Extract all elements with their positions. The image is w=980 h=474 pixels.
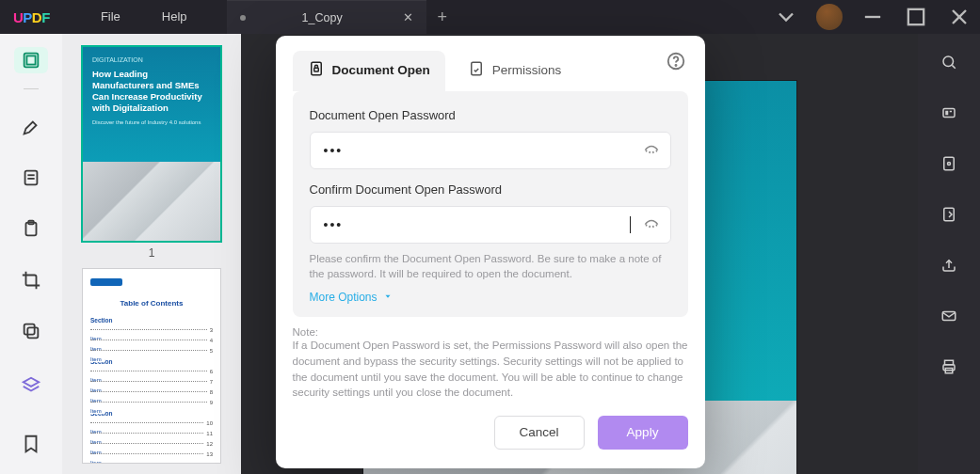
thumbnail-page-2[interactable]: Table of Contents Section Item3 Item4 It… [83,269,220,463]
svg-line-37 [656,150,657,152]
cancel-button[interactable]: Cancel [494,416,585,450]
logo-letter: U [13,9,23,25]
bookmark-icon[interactable] [14,427,48,461]
left-toolbar [0,34,62,474]
svg-point-22 [948,163,951,166]
thumb2-title: Table of Contents [90,299,213,308]
title-bar: UPDF File Help 1_Copy ✕ + [0,0,980,34]
eye-toggle-icon[interactable] [642,139,661,162]
tab-document-open[interactable]: Document Open [293,51,445,91]
menu-help[interactable]: Help [141,0,208,34]
confirm-password-label: Confirm Document Open Password [310,182,671,197]
thumb1-kicker: DIGITALIZATION [92,56,211,63]
form-tool-icon[interactable] [14,165,48,191]
thumb1-heading: How Leading Manufacturers and SMEs Can I… [92,69,211,114]
export-page-icon[interactable] [938,203,960,226]
note-body: If a Document Open Password is set, the … [293,338,688,401]
thumbnail-page-1[interactable]: DIGITALIZATION How Leading Manufacturers… [83,47,220,260]
password-dialog: Document Open Permissions Document Open … [276,36,705,468]
logo-letter: D [32,9,41,25]
svg-rect-31 [472,62,482,75]
right-toolbar [918,34,980,474]
crop-tool-icon[interactable] [14,267,48,293]
svg-line-41 [656,225,657,227]
svg-line-34 [646,150,647,152]
document-open-icon [308,60,325,80]
thumb1-image [83,162,220,241]
svg-rect-5 [26,56,35,65]
app-logo: UPDF [13,9,50,25]
upgrade-badge-icon[interactable] [816,4,843,30]
tab-close-icon[interactable]: ✕ [399,10,417,24]
password-field-wrap [310,132,671,169]
thumbnails-tool-icon[interactable] [14,47,48,73]
svg-line-38 [646,225,647,227]
thumb2-toc-lines: Section Item3 Item4 Item5 Section Item6 … [90,317,213,456]
svg-rect-11 [27,327,38,338]
svg-rect-20 [943,109,955,118]
window-close-button[interactable] [946,4,972,30]
svg-marker-13 [24,378,40,387]
tab-modified-indicator-icon [240,15,246,21]
tab-permissions[interactable]: Permissions [453,51,577,91]
chevron-down-icon [383,291,393,304]
thumb1-sub: Discover the future of Industry 4.0 solu… [92,119,211,125]
svg-rect-21 [944,157,955,170]
svg-rect-12 [24,324,35,335]
search-icon[interactable] [938,51,960,73]
new-tab-button[interactable]: + [426,8,458,27]
protect-icon[interactable] [938,152,960,175]
menu-bar: File Help [80,0,208,34]
menu-file[interactable]: File [80,0,141,34]
apply-button[interactable]: Apply [598,416,688,450]
eye-toggle-icon[interactable] [642,213,661,236]
more-options-label: More Options [310,291,378,304]
window-maximize-button[interactable] [903,4,929,30]
layers-icon[interactable] [14,369,48,403]
print-icon[interactable] [938,356,960,378]
permissions-icon [468,60,485,80]
password-label: Document Open Password [310,108,671,122]
tab-label: Document Open [332,63,430,77]
mail-icon[interactable] [938,305,960,327]
logo-letter: P [23,9,32,25]
svg-point-33 [675,65,676,66]
more-options-toggle[interactable]: More Options [310,291,671,304]
thumbnail-page-number: 1 [83,246,220,260]
svg-line-19 [952,65,955,68]
highlighter-tool-icon[interactable] [14,114,48,140]
confirm-password-input[interactable] [324,216,631,233]
svg-rect-30 [313,68,318,71]
window-minimize-button[interactable] [860,4,886,30]
copy-tool-icon[interactable] [14,318,48,344]
dropdown-icon[interactable] [773,4,799,30]
thumb2-logo-bar [90,278,122,286]
document-tab[interactable]: 1_Copy ✕ [227,0,426,34]
svg-point-18 [943,56,954,67]
note-title: Note: [293,326,688,338]
clipboard-tool-icon[interactable] [14,215,48,242]
ocr-icon[interactable] [938,102,960,124]
confirm-password-field-wrap [310,206,671,244]
help-icon[interactable] [666,51,686,71]
tab-label: Permissions [492,63,562,77]
svg-marker-42 [385,295,390,298]
tab-title: 1_Copy [265,11,380,24]
thumbnail-panel: DIGITALIZATION How Leading Manufacturers… [62,34,241,474]
share-icon[interactable] [938,254,960,276]
separator [24,88,39,89]
password-hint: Please confirm the Document Open Passwor… [310,251,671,281]
password-input[interactable] [324,143,631,158]
logo-letter: F [41,9,50,25]
svg-rect-1 [908,9,924,24]
